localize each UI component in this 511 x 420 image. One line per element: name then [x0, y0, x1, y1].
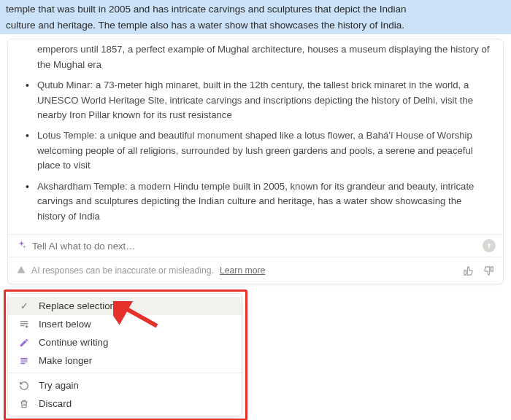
warning-icon [17, 265, 26, 276]
menu-label: Try again [39, 380, 79, 391]
menu-make-longer[interactable]: Make longer [8, 351, 242, 370]
response-lead-fragment: emperors until 1857, a perfect example o… [18, 42, 490, 72]
highlight-line-2: culture and heritage. The temple also ha… [6, 18, 507, 34]
check-icon: ✓ [18, 300, 30, 311]
menu-label: Discard [39, 398, 72, 409]
ai-response-card: emperors until 1857, a perfect example o… [7, 39, 504, 284]
pencil-icon [18, 338, 30, 348]
list-item: Lotus Temple: a unique and beautiful mon… [18, 128, 490, 173]
highlighted-selection: temple that was built in 2005 and has in… [0, 0, 511, 34]
menu-label: Insert below [39, 319, 91, 330]
ai-instruction-input[interactable] [32, 241, 477, 252]
response-list: Qutub Minar: a 73-meter high minaret, bu… [18, 78, 490, 224]
lines-icon [18, 356, 30, 366]
menu-label: Make longer [39, 355, 92, 366]
sparkle-icon [17, 240, 26, 252]
ai-action-menu: ✓ Replace selection Insert below Continu… [7, 293, 242, 416]
retry-icon [18, 381, 30, 391]
highlight-line-1: temple that was built in 2005 and has in… [6, 1, 507, 18]
menu-label: Continue writing [39, 337, 108, 348]
disclaimer-text: AI responses can be inaccurate or mislea… [31, 265, 214, 276]
menu-insert-below[interactable]: Insert below [8, 315, 242, 333]
menu-separator [8, 373, 242, 373]
menu-discard[interactable]: Discard [8, 394, 242, 413]
menu-try-again[interactable]: Try again [8, 376, 242, 394]
ai-response-body[interactable]: emperors until 1857, a perfect example o… [8, 39, 503, 234]
send-icon[interactable] [483, 239, 496, 252]
learn-more-link[interactable]: Learn more [220, 265, 265, 276]
trash-icon [18, 399, 30, 409]
thumbs-up-icon[interactable] [461, 263, 475, 278]
menu-label: Replace selection [39, 300, 115, 311]
insert-below-icon [18, 319, 30, 330]
menu-continue-writing[interactable]: Continue writing [8, 333, 242, 351]
thumbs-down-icon[interactable] [481, 263, 496, 278]
menu-replace-selection[interactable]: ✓ Replace selection [8, 297, 242, 315]
list-item: Akshardham Temple: a modern Hindu temple… [18, 179, 490, 224]
ai-disclaimer-row: AI responses can be inaccurate or mislea… [8, 257, 503, 284]
list-item: Qutub Minar: a 73-meter high minaret, bu… [18, 78, 490, 122]
ai-input-row [8, 234, 503, 257]
